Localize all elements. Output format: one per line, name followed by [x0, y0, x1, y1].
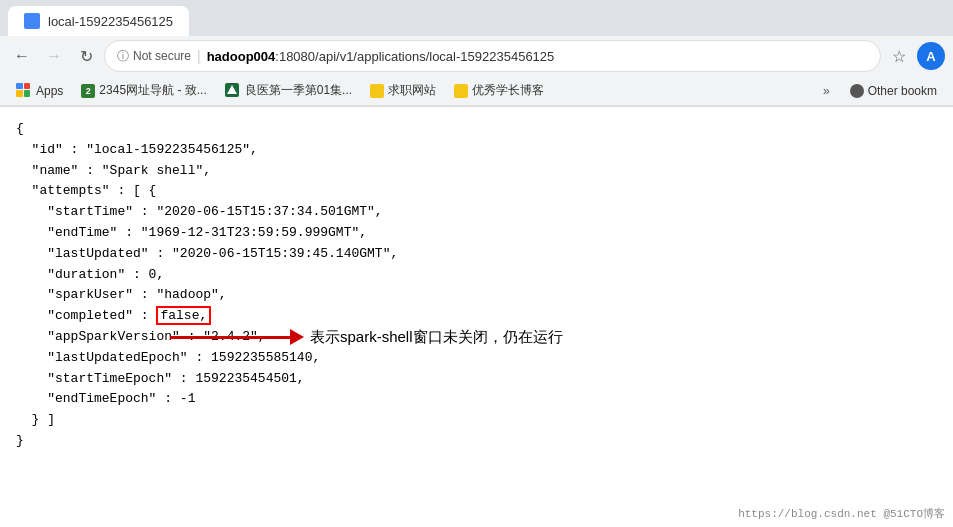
json-line-13: "startTimeEpoch" : 1592235454501,: [16, 369, 937, 390]
url-display: hadoop004:18080/api/v1/applications/loca…: [207, 49, 868, 64]
bookmark-item-2345[interactable]: 2 2345网址导航 - 致...: [73, 79, 214, 102]
arrow-head-icon: [290, 329, 304, 345]
bookmarks-more-button[interactable]: »: [817, 81, 836, 101]
account-button[interactable]: A: [917, 42, 945, 70]
bookmarks-bar: Apps 2 2345网址导航 - 致... 良医第一季第01集... 求职网站…: [0, 76, 953, 106]
address-bar[interactable]: ⓘ Not secure | hadoop004:18080/api/v1/ap…: [104, 40, 881, 72]
arrow-line: [170, 336, 290, 339]
json-line-8: "duration" : 0,: [16, 265, 937, 286]
tab-bar: local-1592235456125: [0, 0, 953, 36]
json-line-14: "endTimeEpoch" : -1: [16, 389, 937, 410]
not-secure-label: Not secure: [133, 49, 191, 63]
json-line-4: "attempts" : [ {: [16, 181, 937, 202]
json-line-16: }: [16, 431, 937, 452]
tab-favicon: [24, 13, 40, 29]
doctor-favicon-icon: [225, 83, 241, 99]
watermark: https://blog.csdn.net @51CTO博客: [738, 506, 945, 524]
bookmark-item-jobs[interactable]: 求职网站: [362, 79, 444, 102]
url-host: hadoop004: [207, 49, 276, 64]
bookmark-item-apps[interactable]: Apps: [8, 80, 71, 102]
bookmark-item-doctor[interactable]: 良医第一季第01集...: [217, 79, 360, 102]
not-secure-indicator: ⓘ Not secure: [117, 48, 191, 65]
url-separator: |: [197, 48, 201, 64]
bookmark-item-blog[interactable]: 优秀学长博客: [446, 79, 552, 102]
tab-title: local-1592235456125: [48, 14, 173, 29]
annotation-text: 表示spark-shell窗口未关闭，仍在运行: [310, 325, 563, 349]
json-line-12: "lastUpdatedEpoch" : 1592235585140,: [16, 348, 937, 369]
json-line-10: "completed" : false,: [16, 306, 937, 327]
bookmark-other-label: Other bookm: [868, 84, 937, 98]
content-area: { "id" : "local-1592235456125", "name" :…: [0, 107, 953, 527]
2345-favicon-icon: 2: [81, 84, 95, 98]
json-line-5: "startTime" : "2020-06-15T15:37:34.501GM…: [16, 202, 937, 223]
nav-bar: ← → ↻ ⓘ Not secure | hadoop004:18080/api…: [0, 36, 953, 76]
bookmark-blog-label: 优秀学长博客: [472, 82, 544, 99]
bookmark-jobs-label: 求职网站: [388, 82, 436, 99]
json-false-highlight: false,: [156, 306, 211, 325]
url-path: :18080/api/v1/applications/local-1592235…: [275, 49, 554, 64]
json-line-7: "lastUpdated" : "2020-06-15T15:39:45.140…: [16, 244, 937, 265]
lock-icon: ⓘ: [117, 48, 129, 65]
active-tab[interactable]: local-1592235456125: [8, 6, 189, 36]
json-line-15: } ]: [16, 410, 937, 431]
bookmark-doctor-label: 良医第一季第01集...: [245, 82, 352, 99]
refresh-button[interactable]: ↻: [72, 42, 100, 70]
bookmark-item-other[interactable]: Other bookm: [842, 81, 945, 101]
browser-chrome: local-1592235456125 ← → ↻ ⓘ Not secure |…: [0, 0, 953, 107]
back-button[interactable]: ←: [8, 42, 36, 70]
bookmark-2345-label: 2345网址导航 - 致...: [99, 82, 206, 99]
json-line-2: "id" : "local-1592235456125",: [16, 140, 937, 161]
apps-favicon-icon: [16, 83, 32, 99]
jobs-favicon-icon: [370, 84, 384, 98]
json-line-3: "name" : "Spark shell",: [16, 161, 937, 182]
json-line-6: "endTime" : "1969-12-31T23:59:59.999GMT"…: [16, 223, 937, 244]
apps-grid-icon: [16, 83, 30, 97]
blog-favicon-icon: [454, 84, 468, 98]
annotation-container: 表示spark-shell窗口未关闭，仍在运行: [170, 325, 563, 349]
json-line-9: "sparkUser" : "hadoop",: [16, 285, 937, 306]
bookmark-apps-label: Apps: [36, 84, 63, 98]
json-line-1: {: [16, 119, 937, 140]
bookmark-star-button[interactable]: ☆: [885, 42, 913, 70]
forward-button[interactable]: →: [40, 42, 68, 70]
json-line-10-prefix: "completed" :: [16, 308, 156, 323]
other-favicon-icon: [850, 84, 864, 98]
